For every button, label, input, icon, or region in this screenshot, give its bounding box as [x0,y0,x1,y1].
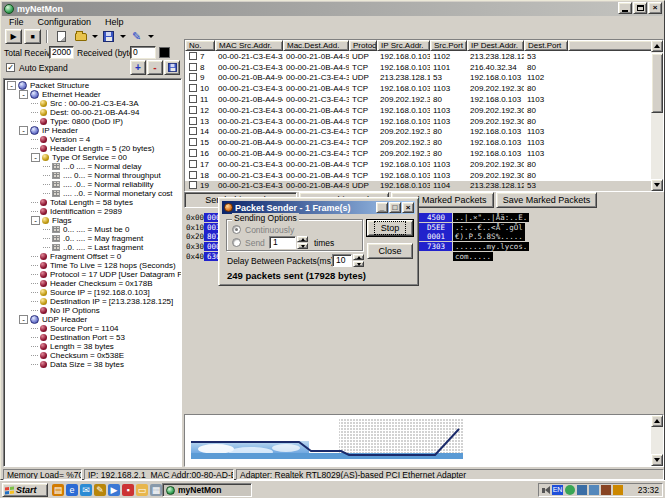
banner-scrollbar[interactable] [651,415,663,466]
language-indicator[interactable]: EN [552,485,563,495]
tree-item[interactable]: Header Checksum = 0x178B [4,279,181,288]
tree-item[interactable]: -Packet Structure [4,81,181,90]
antivirus-icon[interactable] [613,485,623,495]
scroll-down-icon[interactable] [651,454,663,466]
edit-dropdown-icon[interactable] [148,35,154,38]
column-header[interactable]: Dest.Port [524,40,568,51]
outlook-icon[interactable]: ✉ [80,484,92,496]
document-icon[interactable]: ▤ [52,484,64,496]
collapse-toggle-icon[interactable]: - [31,216,40,225]
tree-item[interactable]: Destination Port = 53 [4,333,181,342]
column-header[interactable]: Src.Port [430,40,467,51]
scroll-up-icon[interactable] [651,415,663,427]
green-status-icon[interactable] [565,485,575,495]
tree-item[interactable]: -Type Of Service = 00 [4,153,181,162]
tree-item[interactable]: ...0 .... = Normal delay [4,162,181,171]
menu-file[interactable]: File [2,16,31,28]
spin-down-icon[interactable] [353,261,364,267]
menu-help[interactable]: Help [98,16,131,28]
tree-item[interactable]: Type: 0800 (DoD IP) [4,117,181,126]
column-header[interactable]: Protocol [349,40,377,51]
auto-expand-checkbox[interactable]: ✓ [6,63,15,72]
collapse-all-button[interactable]: - [147,60,163,75]
tree-item[interactable]: Length = 38 bytes [4,342,181,351]
row-checkbox[interactable] [189,106,197,114]
stop-button[interactable]: Stop [367,220,413,236]
volume-icon[interactable] [542,486,550,494]
grid-app-icon[interactable]: ▦ [150,484,162,496]
table-row[interactable]: 1400-00-21-0B-A4-9400-00-21-C3-E4-3ATCP2… [185,127,663,138]
save-button[interactable] [100,29,117,44]
continuously-radio[interactable] [232,225,241,234]
received-bytes-field[interactable]: 0 [130,46,156,59]
modem-icon[interactable] [601,485,611,495]
row-checkbox[interactable] [189,52,197,60]
tree-item[interactable]: -IP Header [4,126,181,135]
row-checkbox[interactable] [189,73,197,81]
save-dropdown-icon[interactable] [120,35,126,38]
pen-icon[interactable]: ✎ [94,484,106,496]
tree-item[interactable]: .... .0.. = Normal reliability [4,180,181,189]
tree-item[interactable]: ..0. .... = Last fragment [4,243,181,252]
close-dialog-button[interactable]: Close [367,243,413,259]
tree-item[interactable]: -UDP Header [4,315,181,324]
table-row[interactable]: 1200-00-21-C3-E4-3A00-00-21-0B-A4-94TCP1… [185,105,663,116]
tree-item[interactable]: .... 0... = Normal throughput [4,171,181,180]
collapse-toggle-icon[interactable]: - [31,153,40,162]
collapse-toggle-icon[interactable]: - [19,90,28,99]
tree-item[interactable]: Fragment Offset = 0 [4,252,181,261]
network-icon[interactable] [577,485,587,495]
restore-button[interactable] [633,2,647,14]
column-header[interactable]: MAC Src.Addr. [215,40,283,51]
taskbar-clock[interactable]: 23:32 [638,485,659,495]
table-row[interactable]: 900-00-21-0B-A4-9400-00-21-C3-E4-3AUDP21… [185,73,663,84]
tree-item[interactable]: Total Length = 58 bytes [4,198,181,207]
send-times-stepper[interactable] [297,236,308,249]
scroll-thumb[interactable] [651,53,663,113]
tree-item[interactable]: Source Port = 1104 [4,324,181,333]
display-icon[interactable] [589,485,599,495]
collapse-toggle-icon[interactable]: - [19,315,28,324]
delay-field[interactable]: 10 [332,254,352,267]
row-checkbox[interactable] [189,63,197,71]
folder-icon[interactable]: ▭ [136,484,148,496]
close-button[interactable]: × [648,2,662,14]
table-scrollbar[interactable] [651,40,663,191]
save-marked-packets-button[interactable]: Save Marked Packets [496,192,597,208]
column-header[interactable]: IP Dest.Addr. [467,40,524,51]
spin-up-icon[interactable] [297,236,308,242]
collapse-toggle-icon[interactable]: - [7,81,16,90]
scroll-up-icon[interactable] [651,40,663,52]
ad-banner-image[interactable] [191,419,463,459]
edit-button[interactable]: ✎ [128,29,145,44]
open-button[interactable] [72,29,89,44]
save-tree-button[interactable] [164,60,180,75]
dialog-close-button[interactable]: × [402,202,414,213]
table-row[interactable]: 1900-00-21-C3-E4-3A00-00-21-0B-A4-94UDP1… [185,181,663,192]
column-header[interactable]: Mac.Dest.Add. [283,40,349,51]
tree-item[interactable]: 0... .... = Must be 0 [4,225,181,234]
tree-item[interactable]: No IP Options [4,306,181,315]
row-checkbox[interactable] [189,171,197,179]
dialog-minimize-button[interactable]: _ [376,202,388,213]
row-checkbox[interactable] [189,160,197,168]
scroll-down-icon[interactable] [651,179,663,191]
tree-item[interactable]: Version = 4 [4,135,181,144]
row-checkbox[interactable] [189,84,197,92]
table-row[interactable]: 800-00-21-C3-E4-3A00-00-21-0B-A4-94TCP19… [185,62,663,73]
row-checkbox[interactable] [189,95,197,103]
tree-item[interactable]: Source IP = [192.168.0.103] [4,288,181,297]
menu-configuration[interactable]: Configuration [31,16,99,28]
tree-item[interactable]: .... ..0. = Normal monetary cost [4,189,181,198]
spin-down-icon[interactable] [297,243,308,249]
app-red-icon[interactable]: ▪ [122,484,134,496]
tree-item[interactable]: Identification = 2989 [4,207,181,216]
tree-item[interactable]: Data Size = 38 bytes [4,360,181,369]
dialog-maximize-button[interactable]: □ [389,202,401,213]
start-button[interactable]: Start [2,483,48,497]
row-checkbox[interactable] [189,138,197,146]
new-button[interactable] [53,29,70,44]
tree-item[interactable]: Header Length = 5 (20 bytes) [4,144,181,153]
tree-item[interactable]: Src : 00-00-21-C3-E4-3A [4,99,181,108]
title-bar[interactable]: myNetMon [2,2,663,16]
